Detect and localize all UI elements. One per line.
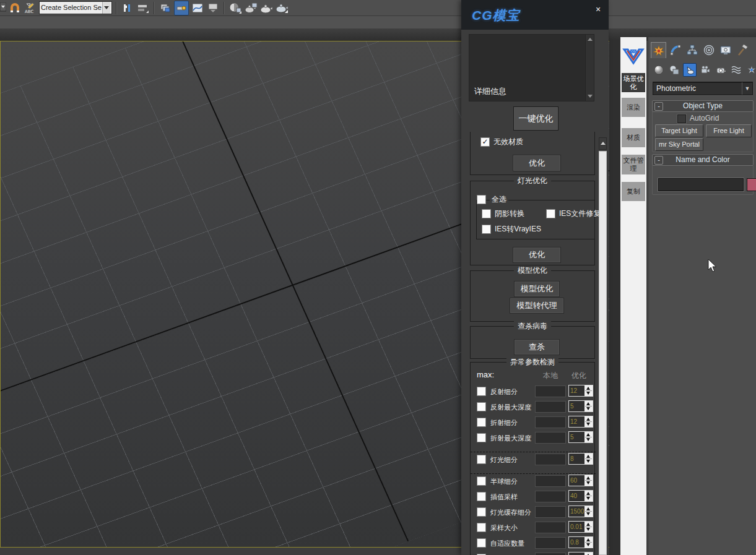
- spinner-arrows-icon[interactable]: [584, 522, 593, 532]
- param-spinner-value[interactable]: 60: [569, 475, 584, 486]
- param-local-input[interactable]: [535, 416, 566, 428]
- param-spinner-value[interactable]: [569, 553, 584, 555]
- close-icon[interactable]: ×: [593, 4, 603, 14]
- param-spinner[interactable]: 5: [568, 431, 593, 443]
- systems-icon[interactable]: [745, 63, 756, 77]
- param-local-input[interactable]: [535, 537, 566, 549]
- param-checkbox[interactable]: [477, 538, 486, 548]
- side-tab-scene-optimize[interactable]: 场景优化: [622, 73, 645, 92]
- spinner-arrows-icon[interactable]: [584, 385, 593, 396]
- spinner-arrows-icon[interactable]: [584, 506, 593, 517]
- schematic-view-icon[interactable]: [206, 1, 220, 15]
- ies-vray-checkbox[interactable]: [482, 225, 491, 234]
- light-category-dropdown[interactable]: Photometric ▼: [653, 82, 753, 95]
- param-local-input[interactable]: [535, 506, 566, 518]
- param-checkbox[interactable]: [477, 507, 486, 517]
- cameras-icon[interactable]: [698, 63, 712, 77]
- target-light-button[interactable]: Target Light: [655, 124, 703, 137]
- param-spinner-value[interactable]: 0.01: [569, 522, 584, 532]
- param-local-input[interactable]: [535, 522, 566, 533]
- param-spinner[interactable]: 5: [568, 400, 593, 412]
- light-optimize-button[interactable]: 优化: [513, 247, 561, 263]
- param-checkbox[interactable]: [477, 402, 486, 411]
- param-local-input[interactable]: [535, 432, 566, 444]
- spinner-arrows-icon[interactable]: [584, 537, 593, 548]
- param-spinner-value[interactable]: 5: [569, 401, 584, 411]
- param-spinner[interactable]: 12: [568, 416, 593, 428]
- render-setup-icon[interactable]: [244, 1, 258, 15]
- param-spinner-value[interactable]: 1500: [569, 506, 584, 517]
- side-tab-render[interactable]: 渲染: [622, 98, 645, 117]
- param-spinner-value[interactable]: 12: [569, 416, 584, 427]
- spinner-arrows-icon[interactable]: [584, 432, 593, 442]
- invalid-material-checkbox[interactable]: ✓: [480, 137, 490, 147]
- free-light-button[interactable]: Free Light: [706, 124, 752, 137]
- material-optimize-button[interactable]: 优化: [513, 155, 561, 171]
- side-tab-copy[interactable]: 复制: [622, 182, 645, 201]
- param-local-input[interactable]: [535, 553, 566, 555]
- material-editor-icon[interactable]: [228, 1, 242, 15]
- render-production-icon[interactable]: [275, 1, 289, 15]
- param-checkbox[interactable]: [477, 418, 486, 427]
- plugin-titlebar[interactable]: CG模宝 ×: [461, 0, 609, 30]
- collapse-minus-icon[interactable]: -: [654, 156, 663, 165]
- chevron-down-icon[interactable]: ▼: [742, 85, 752, 92]
- autogrid-checkbox[interactable]: [677, 114, 686, 123]
- object-color-swatch[interactable]: [747, 178, 756, 191]
- model-to-proxy-button[interactable]: 模型转代理: [510, 298, 564, 314]
- one-click-optimize-button[interactable]: 一键优化: [513, 106, 558, 131]
- rendered-frame-icon[interactable]: [259, 1, 273, 15]
- param-local-input[interactable]: [535, 401, 566, 413]
- geometry-icon[interactable]: [652, 63, 666, 77]
- side-tab-material[interactable]: 材质: [622, 128, 645, 147]
- tab-motion-icon[interactable]: [701, 42, 716, 58]
- spinner-arrows-icon[interactable]: [584, 491, 593, 501]
- param-spinner-value[interactable]: 8: [569, 454, 584, 464]
- mr-sky-portal-button[interactable]: mr Sky Portal: [655, 138, 703, 151]
- param-spinner[interactable]: 0.01: [568, 521, 593, 533]
- param-local-input[interactable]: [535, 385, 566, 397]
- snap-magnet-icon[interactable]: [8, 1, 22, 15]
- param-spinner[interactable]: 40: [568, 490, 593, 502]
- scroll-up-icon[interactable]: [588, 38, 593, 41]
- edit-named-selection-icon[interactable]: ABC: [24, 1, 37, 15]
- select-all-checkbox[interactable]: [477, 195, 486, 204]
- param-checkbox[interactable]: [477, 455, 486, 464]
- param-local-input[interactable]: [535, 491, 566, 502]
- param-spinner[interactable]: 60: [568, 475, 593, 486]
- side-tab-file-manage[interactable]: 文件管理: [622, 155, 645, 174]
- tab-hierarchy-icon[interactable]: [684, 42, 700, 58]
- chevron-down-icon[interactable]: [102, 2, 110, 14]
- tab-display-icon[interactable]: [718, 42, 733, 58]
- param-spinner-value[interactable]: 5: [569, 432, 584, 442]
- spinner-arrows-icon[interactable]: [584, 553, 593, 555]
- flyout-arrow-icon[interactable]: [0, 1, 6, 15]
- param-spinner[interactable]: 0.8: [568, 536, 593, 548]
- plugin-scrollbar[interactable]: [599, 137, 607, 555]
- helpers-icon[interactable]: [714, 63, 728, 77]
- tab-modify-icon[interactable]: [667, 42, 683, 58]
- layer-manager-icon[interactable]: [159, 1, 172, 15]
- param-checkbox[interactable]: [477, 523, 486, 532]
- graphite-toggle-icon[interactable]: [174, 1, 189, 15]
- param-checkbox[interactable]: [477, 433, 486, 442]
- space-warps-icon[interactable]: [729, 63, 743, 77]
- mirror-icon[interactable]: [121, 1, 134, 15]
- scroll-up-icon[interactable]: [599, 137, 607, 150]
- param-spinner-value[interactable]: 12: [569, 385, 584, 396]
- info-scrollbar[interactable]: [585, 35, 594, 101]
- model-optimize-button[interactable]: 模型优化: [514, 281, 560, 297]
- spinner-arrows-icon[interactable]: [584, 401, 593, 411]
- scrollbar-thumb[interactable]: [599, 151, 607, 555]
- param-local-input[interactable]: [535, 475, 566, 487]
- param-checkbox[interactable]: [477, 387, 486, 396]
- param-spinner[interactable]: 12: [568, 385, 593, 397]
- curve-editor-icon[interactable]: [191, 1, 204, 15]
- lights-icon[interactable]: [683, 63, 697, 77]
- shadow-convert-checkbox[interactable]: [482, 209, 491, 218]
- param-checkbox[interactable]: [477, 492, 486, 501]
- collapse-minus-icon[interactable]: -: [654, 102, 663, 111]
- param-spinner[interactable]: 1500: [568, 506, 593, 517]
- spinner-arrows-icon[interactable]: [584, 454, 593, 464]
- ies-fix-checkbox[interactable]: [546, 209, 555, 218]
